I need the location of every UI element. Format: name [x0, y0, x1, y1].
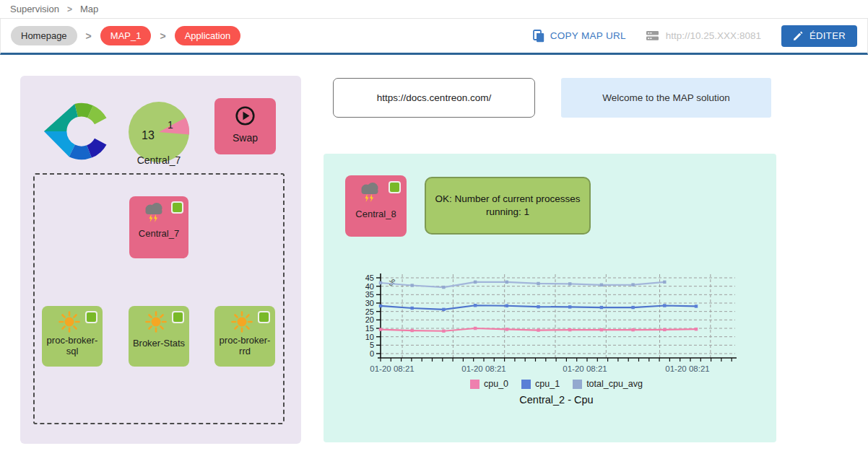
- node-label: Central_8: [345, 209, 407, 219]
- gauge-ok-count: 13: [142, 129, 155, 141]
- legend-swatch-total-cpu-avg: [573, 380, 582, 389]
- chart-legend: cpu_0 cpu_1 total_cpu_avg: [360, 379, 753, 389]
- svg-text:45: 45: [365, 273, 374, 282]
- centreon-logo: [42, 96, 113, 170]
- sun-icon: [144, 310, 168, 336]
- breadcrumb-section[interactable]: Supervision: [10, 4, 59, 14]
- server-url: http://10.25.XXX:8081: [646, 30, 761, 41]
- breadcrumb-page: Map: [80, 4, 98, 14]
- node-swap[interactable]: Swap: [214, 98, 276, 154]
- svg-text:01-20 08:21: 01-20 08:21: [665, 364, 709, 373]
- copy-map-url-button[interactable]: COPY MAP URL: [533, 30, 626, 43]
- welcome-widget: Welcome to the MAP solution: [561, 78, 771, 118]
- svg-text:20: 20: [365, 315, 374, 324]
- node-label: proc-broker-sql: [42, 335, 103, 357]
- left-map-panel: 13 1 Central_7 Swap: [20, 76, 301, 444]
- storm-cloud-icon: [358, 181, 383, 207]
- node-label: Central_7: [129, 228, 188, 239]
- breadcrumb: Supervision > Map: [0, 0, 868, 19]
- pencil-icon: [793, 31, 803, 41]
- status-square: [171, 201, 183, 214]
- svg-text:30: 30: [365, 299, 374, 307]
- chevron-right-icon: >: [160, 30, 165, 42]
- legend-label: total_cpu_avg: [586, 379, 643, 389]
- svg-text:35: 35: [365, 290, 374, 299]
- svg-text:01-20 08:21: 01-20 08:21: [563, 364, 607, 373]
- copy-icon: [533, 30, 544, 43]
- legend-swatch-cpu-0: [470, 380, 479, 389]
- svg-text:01-20 08:21: 01-20 08:21: [370, 364, 414, 373]
- chevron-right-icon: >: [67, 4, 72, 14]
- svg-text:5: 5: [370, 341, 374, 349]
- node-broker-stats[interactable]: Broker-Stats: [129, 306, 189, 367]
- status-square: [85, 311, 97, 323]
- legend-item: cpu_1: [521, 379, 560, 389]
- sun-icon: [230, 310, 253, 336]
- svg-text:40: 40: [365, 282, 374, 291]
- copy-map-url-label: COPY MAP URL: [550, 30, 626, 41]
- legend-swatch-cpu-1: [521, 380, 531, 389]
- path-chip-map-1[interactable]: MAP_1: [100, 26, 152, 45]
- play-circle-icon: [235, 105, 256, 129]
- centreon-map-page: Supervision > Map Homepage > MAP_1 > App…: [0, 0, 868, 451]
- status-square: [258, 311, 270, 323]
- legend-item: cpu_0: [470, 379, 508, 389]
- server-url-text: http://10.25.XXX:8081: [666, 30, 761, 41]
- svg-text:10: 10: [365, 333, 374, 341]
- map-toolbar: Homepage > MAP_1 > Application COPY MAP …: [0, 19, 868, 55]
- edit-button[interactable]: ÉDITER: [781, 25, 857, 47]
- legend-label: cpu_0: [484, 379, 508, 389]
- node-central-7[interactable]: Central_7: [129, 196, 188, 258]
- cpu-chart[interactable]: 051015202530354045%01-20 08:2101-20 08:2…: [350, 271, 743, 379]
- path-chip-application[interactable]: Application: [175, 26, 241, 45]
- node-label: Swap: [214, 132, 276, 144]
- chart-title: Central_2 - Cpu: [360, 394, 753, 406]
- svg-text:25: 25: [365, 307, 374, 316]
- gauge-label: Central_7: [116, 154, 202, 166]
- node-proc-broker-rrd[interactable]: proc-broker-rrd: [214, 306, 275, 367]
- legend-label: cpu_1: [535, 379, 560, 389]
- node-label: Broker-Stats: [129, 338, 189, 349]
- sun-icon: [58, 310, 81, 336]
- chevron-right-icon: >: [86, 30, 92, 42]
- status-square: [389, 181, 401, 193]
- storm-cloud-icon: [142, 201, 167, 227]
- gauge-problem-count: 1: [168, 119, 173, 131]
- path-chip-homepage[interactable]: Homepage: [11, 26, 77, 45]
- node-central-8[interactable]: Central_8: [345, 175, 407, 237]
- node-proc-broker-sql[interactable]: proc-broker-sql: [42, 306, 103, 367]
- svg-text:15: 15: [365, 324, 374, 333]
- doc-link-widget[interactable]: https://docs.centreon.com/: [333, 78, 535, 118]
- right-map-panel: Central_8 OK: Number of current processe…: [324, 154, 776, 442]
- svg-text:0: 0: [370, 349, 374, 358]
- server-icon: [646, 30, 660, 41]
- status-square: [172, 311, 184, 323]
- legend-item: total_cpu_avg: [573, 379, 643, 389]
- node-label: proc-broker-rrd: [214, 335, 275, 357]
- status-text-widget: OK: Number of current processes running:…: [425, 177, 591, 235]
- svg-text:01-20 08:21: 01-20 08:21: [461, 364, 505, 373]
- edit-button-label: ÉDITER: [810, 30, 846, 41]
